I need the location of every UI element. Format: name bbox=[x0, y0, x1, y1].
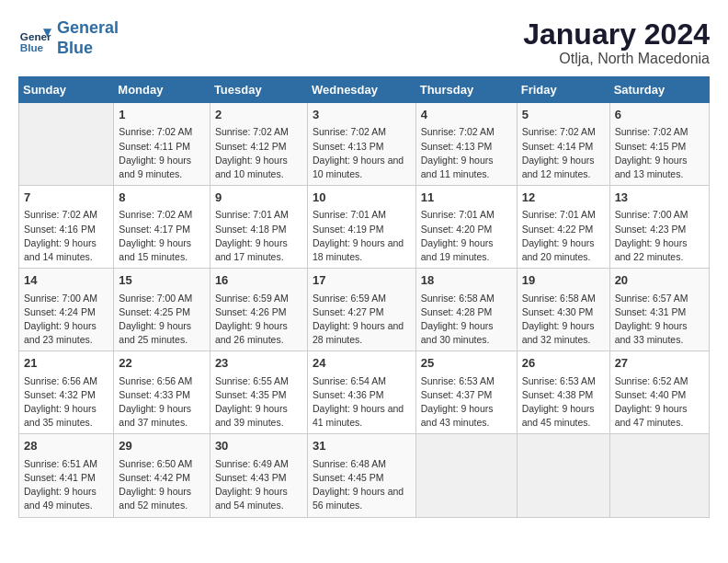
day-number: 13 bbox=[615, 190, 704, 206]
day-info: Sunrise: 6:55 AMSunset: 4:35 PMDaylight:… bbox=[215, 374, 302, 431]
day-info: Sunrise: 7:02 AMSunset: 4:12 PMDaylight:… bbox=[215, 125, 302, 181]
calendar-cell: 25Sunrise: 6:53 AMSunset: 4:37 PMDayligh… bbox=[415, 351, 517, 434]
day-info: Sunrise: 6:58 AMSunset: 4:30 PMDaylight:… bbox=[522, 292, 605, 348]
day-number: 8 bbox=[119, 190, 205, 206]
logo-text: GeneralBlue bbox=[57, 18, 119, 58]
day-number: 21 bbox=[24, 355, 108, 372]
column-header-saturday: Saturday bbox=[609, 77, 709, 103]
day-info: Sunrise: 6:49 AMSunset: 4:43 PMDaylight:… bbox=[215, 457, 302, 513]
calendar-cell bbox=[19, 103, 114, 186]
day-info: Sunrise: 6:57 AMSunset: 4:31 PMDaylight:… bbox=[615, 292, 704, 348]
day-number: 24 bbox=[313, 355, 411, 372]
calendar-cell: 22Sunrise: 6:56 AMSunset: 4:33 PMDayligh… bbox=[114, 351, 210, 434]
day-number: 11 bbox=[421, 190, 512, 206]
day-number: 19 bbox=[522, 272, 605, 289]
day-number: 9 bbox=[215, 190, 302, 206]
day-number: 6 bbox=[615, 107, 704, 123]
calendar-cell bbox=[517, 434, 609, 517]
day-info: Sunrise: 6:59 AMSunset: 4:26 PMDaylight:… bbox=[215, 292, 302, 348]
day-info: Sunrise: 7:01 AMSunset: 4:20 PMDaylight:… bbox=[421, 208, 512, 264]
day-number: 5 bbox=[522, 107, 605, 123]
calendar-cell: 19Sunrise: 6:58 AMSunset: 4:30 PMDayligh… bbox=[517, 269, 609, 351]
day-number: 17 bbox=[313, 272, 411, 289]
calendar-cell: 11Sunrise: 7:01 AMSunset: 4:20 PMDayligh… bbox=[415, 186, 517, 269]
calendar-cell: 24Sunrise: 6:54 AMSunset: 4:36 PMDayligh… bbox=[307, 351, 415, 434]
calendar-cell: 23Sunrise: 6:55 AMSunset: 4:35 PMDayligh… bbox=[210, 351, 307, 434]
day-info: Sunrise: 6:56 AMSunset: 4:32 PMDaylight:… bbox=[24, 374, 108, 431]
day-info: Sunrise: 7:02 AMSunset: 4:17 PMDaylight:… bbox=[119, 208, 205, 264]
title-area: January 2024 Otlja, North Macedonia bbox=[523, 18, 710, 67]
calendar-cell: 7Sunrise: 7:02 AMSunset: 4:16 PMDaylight… bbox=[19, 186, 114, 269]
day-number: 27 bbox=[615, 355, 704, 372]
day-number: 10 bbox=[313, 190, 411, 206]
column-header-wednesday: Wednesday bbox=[307, 77, 415, 103]
calendar-cell: 14Sunrise: 7:00 AMSunset: 4:24 PMDayligh… bbox=[19, 269, 114, 351]
calendar-cell: 13Sunrise: 7:00 AMSunset: 4:23 PMDayligh… bbox=[609, 186, 709, 269]
logo-icon: General Blue bbox=[18, 22, 51, 55]
calendar-cell: 20Sunrise: 6:57 AMSunset: 4:31 PMDayligh… bbox=[609, 269, 709, 351]
day-info: Sunrise: 7:01 AMSunset: 4:19 PMDaylight:… bbox=[313, 208, 411, 264]
day-info: Sunrise: 6:54 AMSunset: 4:36 PMDaylight:… bbox=[313, 374, 411, 431]
day-number: 30 bbox=[215, 438, 302, 454]
calendar-week-row: 14Sunrise: 7:00 AMSunset: 4:24 PMDayligh… bbox=[19, 269, 710, 351]
calendar-cell: 18Sunrise: 6:58 AMSunset: 4:28 PMDayligh… bbox=[415, 269, 517, 351]
calendar-cell: 26Sunrise: 6:53 AMSunset: 4:38 PMDayligh… bbox=[517, 351, 609, 434]
calendar-cell: 27Sunrise: 6:52 AMSunset: 4:40 PMDayligh… bbox=[609, 351, 709, 434]
calendar-cell: 16Sunrise: 6:59 AMSunset: 4:26 PMDayligh… bbox=[210, 269, 307, 351]
calendar-week-row: 21Sunrise: 6:56 AMSunset: 4:32 PMDayligh… bbox=[19, 351, 710, 434]
day-info: Sunrise: 6:48 AMSunset: 4:45 PMDaylight:… bbox=[313, 457, 411, 513]
day-number: 26 bbox=[522, 355, 605, 372]
day-info: Sunrise: 6:52 AMSunset: 4:40 PMDaylight:… bbox=[615, 374, 704, 431]
column-header-thursday: Thursday bbox=[415, 77, 517, 103]
column-header-friday: Friday bbox=[517, 77, 609, 103]
day-info: Sunrise: 6:58 AMSunset: 4:28 PMDaylight:… bbox=[421, 292, 512, 348]
svg-text:Blue: Blue bbox=[20, 40, 44, 52]
calendar-cell: 30Sunrise: 6:49 AMSunset: 4:43 PMDayligh… bbox=[210, 434, 307, 517]
day-number: 28 bbox=[24, 438, 108, 454]
day-info: Sunrise: 6:56 AMSunset: 4:33 PMDaylight:… bbox=[119, 374, 205, 431]
day-info: Sunrise: 6:51 AMSunset: 4:41 PMDaylight:… bbox=[24, 457, 108, 513]
day-number: 16 bbox=[215, 272, 302, 289]
day-info: Sunrise: 7:00 AMSunset: 4:23 PMDaylight:… bbox=[615, 208, 704, 264]
calendar-week-row: 1Sunrise: 7:02 AMSunset: 4:11 PMDaylight… bbox=[19, 103, 710, 186]
day-number: 20 bbox=[615, 272, 704, 289]
calendar-cell: 21Sunrise: 6:56 AMSunset: 4:32 PMDayligh… bbox=[19, 351, 114, 434]
day-number: 1 bbox=[119, 107, 205, 123]
calendar-header-row: SundayMondayTuesdayWednesdayThursdayFrid… bbox=[19, 77, 710, 103]
calendar-week-row: 28Sunrise: 6:51 AMSunset: 4:41 PMDayligh… bbox=[19, 434, 710, 517]
calendar-cell: 3Sunrise: 7:02 AMSunset: 4:13 PMDaylight… bbox=[307, 103, 415, 186]
column-header-sunday: Sunday bbox=[19, 77, 114, 103]
day-info: Sunrise: 7:02 AMSunset: 4:16 PMDaylight:… bbox=[24, 208, 108, 264]
calendar-cell: 4Sunrise: 7:02 AMSunset: 4:13 PMDaylight… bbox=[415, 103, 517, 186]
calendar-cell bbox=[609, 434, 709, 517]
day-info: Sunrise: 7:01 AMSunset: 4:18 PMDaylight:… bbox=[215, 208, 302, 264]
calendar-cell: 17Sunrise: 6:59 AMSunset: 4:27 PMDayligh… bbox=[307, 269, 415, 351]
page-header: General Blue GeneralBlue January 2024 Ot… bbox=[18, 18, 710, 67]
day-info: Sunrise: 7:02 AMSunset: 4:15 PMDaylight:… bbox=[615, 125, 704, 181]
calendar-cell: 1Sunrise: 7:02 AMSunset: 4:11 PMDaylight… bbox=[114, 103, 210, 186]
day-number: 7 bbox=[24, 190, 108, 206]
day-info: Sunrise: 7:00 AMSunset: 4:24 PMDaylight:… bbox=[24, 292, 108, 348]
column-header-tuesday: Tuesday bbox=[210, 77, 307, 103]
day-number: 2 bbox=[215, 107, 302, 123]
day-number: 12 bbox=[522, 190, 605, 206]
day-number: 3 bbox=[313, 107, 411, 123]
day-number: 14 bbox=[24, 272, 108, 289]
day-number: 4 bbox=[421, 107, 512, 123]
location-title: Otlja, North Macedonia bbox=[523, 51, 710, 67]
day-info: Sunrise: 7:02 AMSunset: 4:13 PMDaylight:… bbox=[313, 125, 411, 181]
calendar-cell: 10Sunrise: 7:01 AMSunset: 4:19 PMDayligh… bbox=[307, 186, 415, 269]
logo: General Blue GeneralBlue bbox=[18, 18, 119, 58]
calendar-cell: 8Sunrise: 7:02 AMSunset: 4:17 PMDaylight… bbox=[114, 186, 210, 269]
month-title: January 2024 bbox=[523, 18, 710, 51]
calendar-week-row: 7Sunrise: 7:02 AMSunset: 4:16 PMDaylight… bbox=[19, 186, 710, 269]
day-info: Sunrise: 7:00 AMSunset: 4:25 PMDaylight:… bbox=[119, 292, 205, 348]
day-info: Sunrise: 7:02 AMSunset: 4:13 PMDaylight:… bbox=[421, 125, 512, 181]
day-info: Sunrise: 6:50 AMSunset: 4:42 PMDaylight:… bbox=[119, 457, 205, 513]
day-number: 25 bbox=[421, 355, 512, 372]
column-header-monday: Monday bbox=[114, 77, 210, 103]
day-info: Sunrise: 7:02 AMSunset: 4:14 PMDaylight:… bbox=[522, 125, 605, 181]
day-number: 29 bbox=[119, 438, 205, 454]
day-number: 31 bbox=[313, 438, 411, 454]
calendar-cell: 6Sunrise: 7:02 AMSunset: 4:15 PMDaylight… bbox=[609, 103, 709, 186]
